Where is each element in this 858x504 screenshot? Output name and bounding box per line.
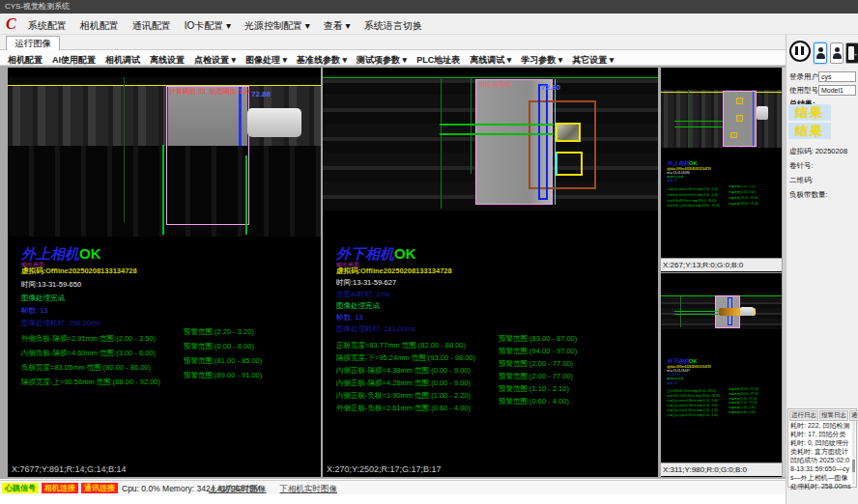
result-indicator: 结果 [788,104,831,121]
log-scrollbar-thumb[interactable] [852,460,855,472]
camera-image-links: 上相机实时图像下相机实时图像 [209,484,337,495]
mini-status-bar: X:267;Y:13;R:0;G:0;B:0 [661,258,782,271]
log-box: 运行日志报警日志通讯日志 耗时: 222, 凹陷检测耗时: 17, 凹陷分类耗时… [787,408,857,488]
ai-frame-label: AI检测画面 [478,80,512,90]
ai-time-line: 抓图AI耗时: 1ms [336,290,389,299]
time-line: 时间:13-31-59-627 [336,278,396,288]
cursor-coordinates: X:270;Y:2502;R:17;G:17;B:17 [327,464,442,474]
toolbar-item[interactable]: 离线调试 ▾ [470,55,511,65]
baseline-green-top [323,77,658,78]
connector-part [740,307,754,316]
barcode-line: 虚拟码:Offline20250208133134728 [21,266,137,276]
edge-green-line-right [245,155,247,235]
measure-green-line-1 [674,121,723,122]
log-tab[interactable]: 通讯日志 [849,410,858,421]
measurement-row: 内侧正极-负极=1.90mm 范围:(1.00 - 2.20) 预警范围:(1.… [336,384,656,397]
process-time-line: 图像处理耗时: 183.00ms [336,324,415,334]
menu-item[interactable]: 查看 ▾ [324,20,351,31]
connector-part [247,108,301,137]
baseline-green-vertical-1 [441,77,442,209]
log-tab[interactable]: 运行日志 [789,410,818,421]
result-ok-badge: OK [394,245,416,262]
measurement-row: 内侧负极-隔膜=4.60mm 范围:(3.00 - 6.00) 预警范围:(0.… [21,342,319,356]
login-user-label: 登录用户: [789,72,820,82]
app-logo-icon: C [6,15,16,33]
camera-image-link[interactable]: 上相机实时图像 [209,484,267,495]
toolbar-item[interactable]: PLC地址表 [416,55,460,65]
toolbar-item[interactable]: 测试项参数 ▾ [357,55,407,65]
toolbar-item[interactable]: 相机配置 [8,55,43,65]
menu-items: 系统配置相机配置通讯配置IO卡配置 ▾光源控制配置 ▾查看 ▾系统语言切换 [28,15,436,33]
exit-button[interactable] [845,42,858,64]
status-badge: 心跳信号 [2,483,39,493]
measure-green-line-2 [674,126,723,127]
log-tab[interactable]: 报警日志 [819,410,848,421]
camera-panel-lower: AI检测画面 72.80 外下相机OK 输出画面 虚拟码:Offline2025… [323,68,658,477]
menu-item[interactable]: IO卡配置 ▾ [185,20,231,31]
toolbar-item[interactable]: 学习参数 ▾ [521,55,562,65]
marker-yellow-3 [730,132,737,138]
toolbar-item[interactable]: 图像处理 ▾ [245,55,287,65]
status-badge: 相机连接 [42,483,78,493]
status-badges: 心跳信号相机连接通讯连接 [2,483,118,493]
baseline-yellow-line [661,92,782,93]
menu-item[interactable]: 通讯配置 [132,20,171,31]
info-field-row: 负极带数量: [789,190,828,200]
camera-image-lower[interactable]: AI检测画面 72.80 [323,75,658,210]
process-done-line: 图像处理完成 [336,301,380,311]
camera-image-link[interactable]: 下相机实时图像 [280,484,338,495]
log-tabs: 运行日志报警日志通讯日志 [789,410,858,421]
model-field[interactable]: Model1 [818,85,856,96]
window-title: CYS-视觉检测系统 [5,2,70,11]
toolbar-item[interactable]: 相机调试 [105,55,140,65]
login-user-field[interactable]: cys [818,71,856,82]
measure-green-line-1 [440,124,554,126]
menu-item[interactable]: 系统配置 [28,20,67,31]
toolbar-item[interactable]: 离线设置 [150,55,185,65]
measurement-row: 外侧正极-负极=2.61mm 范围:(0.60 - 4.00) 预警范围:(0.… [336,397,656,409]
toolbar-item[interactable]: 点检设置 ▾ [194,55,236,65]
toolbar-item[interactable]: 其它设置 ▾ [572,55,614,65]
barcode-line: 虚拟码:Offline20250208133134728 [336,266,452,276]
defect-box-yellow-1 [556,123,581,142]
menu-bar: C 系统配置相机配置通讯配置IO卡配置 ▾光源控制配置 ▾查看 ▾系统语言切换 [0,14,858,35]
edge-green-line-left [162,145,164,235]
mini-panel-lower: 外下相机OK 虚拟码:Offline20250208133134728 时间:1… [661,273,782,477]
main-area: 计算阈值:93, 动态阈值:100 72.88 外上相机OK 输出画面 虚拟码:… [0,66,786,479]
app-window: CYS-视觉检测系统 C 系统配置相机配置通讯配置IO卡配置 ▾光源控制配置 ▾… [0,0,858,504]
log-text: 耗时: 222, 凹陷检测耗时: 17, 凹陷分类耗时: 0, 凹陷纹理分类耗时… [790,421,852,490]
menu-item[interactable]: 系统语言切换 [364,20,422,31]
mini-camera-image-lower[interactable] [661,294,782,329]
measurement-row: 负极宽度=83.05mm 范围:(80.00 - 86.00) 预警范围:(81… [21,356,319,371]
toolbar-item[interactable]: AI使用配置 [52,55,96,65]
baseline-yellow-line [8,85,321,86]
measurement-row: 正极宽度=83.77mm 范围:(82.00 - 88.00) 预警范围:(83… [336,334,656,347]
marker-yellow-1 [736,98,743,104]
pause-button[interactable] [789,41,811,62]
mini-camera-image-upper[interactable] [661,90,782,148]
login-user-button[interactable] [814,42,827,64]
connector-part [757,106,768,120]
baseline-green-line [680,296,681,327]
info-field-row: 虚拟码: 20250208 [789,147,847,156]
measurement-row: 隔膜宽度-上=90.56mm 范围:(88.00 - 92.00) 预警范围:(… [21,371,319,385]
gauge-value-text: 72.80 [541,83,560,92]
log-scrollbar[interactable] [852,421,855,485]
baseline-green-line [124,77,125,222]
menu-item[interactable]: 相机配置 [80,20,119,31]
time-line: 时间:13-31-59-650 [21,280,81,290]
cursor-coordinates: X:267;Y:13;R:0;G:0;B:0 [663,261,743,269]
roi-rect-pink [166,86,249,225]
menu-item[interactable]: 光源控制配置 ▾ [244,20,310,31]
control-side-panel: 登录用户: cys 使用型号: Model1 总结果: 结果结果 虚拟码: 20… [786,35,858,504]
user-manage-button[interactable] [830,42,844,64]
toolbar-item[interactable]: 基准线参数 ▾ [297,55,347,65]
info-field-row: 卷针号: [789,161,814,171]
measure-green-line-1 [674,311,719,312]
model-label: 使用型号: [789,86,820,96]
camera-panel-upper: 计算阈值:93, 动态阈值:100 72.88 外上相机OK 输出画面 虚拟码:… [8,68,321,477]
measurement-list: 外侧负极-隔膜=2.91mm 范围:(2.00 - 3.50) 预警范围:(2.… [21,327,319,385]
cursor-coordinates: X:7677;Y:891;R:14;G:14;B:14 [12,464,127,474]
camera-image-upper[interactable]: 计算阈值:93, 动态阈值:100 72.88 [8,77,321,237]
marker-yellow-2 [736,115,743,122]
